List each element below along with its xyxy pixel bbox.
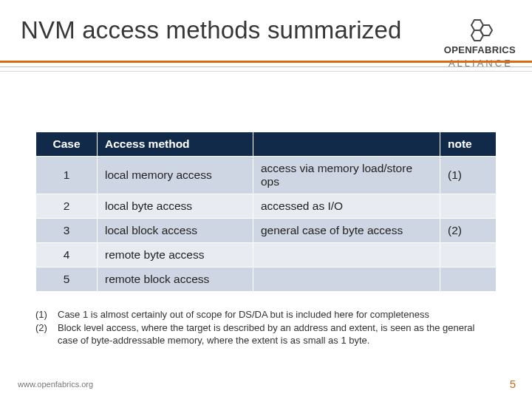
col-desc [253, 132, 440, 157]
cell-desc [253, 267, 440, 292]
cell-case: 2 [36, 194, 98, 219]
cell-desc: general case of byte access [253, 219, 440, 243]
cell-case: 3 [36, 219, 98, 243]
footnote: (1) Case 1 is almost certainly out of sc… [35, 309, 497, 321]
col-method: Access method [98, 132, 253, 157]
cell-method: remote byte access [98, 243, 253, 267]
page-title: NVM access methods summarized [21, 16, 402, 44]
cell-note [440, 194, 497, 219]
table-row: 5 remote block access [36, 267, 497, 292]
cell-note [440, 243, 497, 267]
table-header-row: Case Access method note [36, 132, 497, 157]
footnote-num: (1) [35, 309, 58, 321]
page-number: 5 [510, 378, 516, 390]
footnote-num: (2) [35, 322, 58, 347]
footer-url: www.openfabrics.org [18, 380, 93, 389]
footnote: (2) Block level access, where the target… [35, 322, 497, 347]
cell-method: local block access [98, 219, 253, 243]
table-row: 4 remote byte access [36, 243, 497, 267]
footnotes: (1) Case 1 is almost certainly out of sc… [35, 309, 497, 348]
cell-desc: accessed as I/O [253, 194, 440, 219]
brand-line1: OPENFABRICS [444, 44, 516, 55]
svg-marker-2 [471, 30, 483, 41]
hexagons-icon [460, 18, 499, 43]
cell-method: local byte access [98, 194, 253, 219]
cell-desc: access via memory load/store ops [253, 157, 440, 194]
cell-case: 1 [36, 157, 98, 194]
col-note: note [440, 132, 497, 157]
table-row: 3 local block access general case of byt… [36, 219, 497, 243]
table-row: 1 local memory access access via memory … [36, 157, 497, 194]
cell-note: (2) [440, 219, 497, 243]
cell-method: local memory access [98, 157, 253, 194]
cell-method: remote block access [98, 267, 253, 292]
table-row: 2 local byte access accessed as I/O [36, 194, 497, 219]
cell-case: 4 [36, 243, 98, 267]
cell-desc [253, 243, 440, 267]
header-divider [0, 61, 532, 83]
footnote-text: Block level access, where the target is … [58, 322, 497, 347]
slide: NVM access methods summarized OPENFABRIC… [0, 0, 532, 399]
cell-note [440, 267, 497, 292]
col-case: Case [36, 132, 98, 157]
cell-case: 5 [36, 267, 98, 292]
footnote-text: Case 1 is almost certainly out of scope … [58, 309, 497, 321]
access-methods-table: Case Access method note 1 local memory a… [35, 132, 497, 292]
cell-note: (1) [440, 157, 497, 194]
